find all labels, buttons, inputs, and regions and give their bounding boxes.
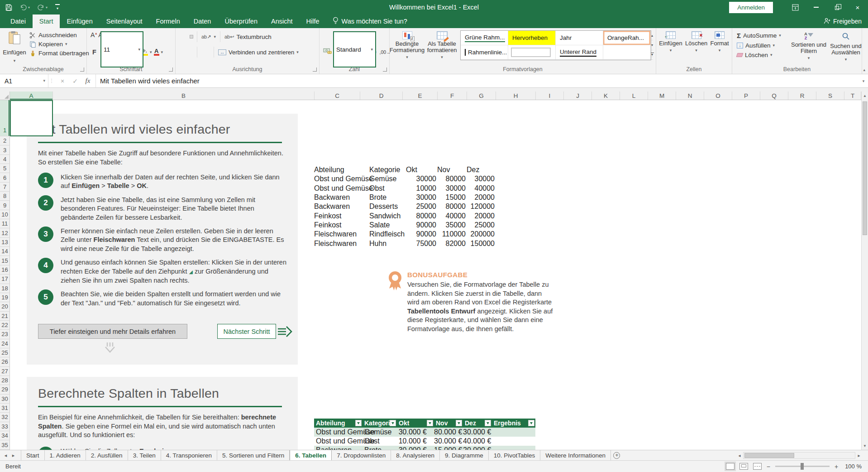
- hscroll-thumb[interactable]: [744, 453, 794, 458]
- sheet-tab-start[interactable]: Start: [21, 450, 45, 460]
- ribbon-tab-hilfe[interactable]: Hilfe: [300, 14, 326, 28]
- save-icon[interactable]: [5, 4, 12, 11]
- filter-button[interactable]: [355, 420, 362, 426]
- share-button[interactable]: Freigeben: [824, 14, 862, 28]
- sheet-tab-6-tabellen[interactable]: 6. Tabellen: [290, 450, 332, 460]
- insert-function-icon[interactable]: fx: [82, 77, 94, 85]
- row-header-27[interactable]: 27: [0, 367, 10, 376]
- filter-button[interactable]: [390, 420, 396, 426]
- ribbon-tab-daten[interactable]: Daten: [187, 14, 218, 28]
- row-header-17[interactable]: 17: [0, 275, 10, 284]
- row-header-1[interactable]: 1: [0, 100, 10, 136]
- ribbon-tab-überprüfen[interactable]: Überprüfen: [218, 14, 264, 28]
- raw-table[interactable]: AbteilungKategorieOktNovDezObst und Gemü…: [314, 165, 496, 248]
- font-color-icon[interactable]: A: [154, 48, 159, 56]
- sheet-nav-right-icon[interactable]: ▸: [10, 450, 17, 460]
- filter-button[interactable]: [485, 420, 491, 426]
- column-header-f[interactable]: F: [438, 92, 467, 100]
- gallery-down-icon[interactable]: ▾: [651, 40, 653, 50]
- sheet-grid[interactable]: 1234567891011121314151617181920212223242…: [0, 100, 861, 450]
- zoom-slider[interactable]: [775, 466, 830, 467]
- tell-me-box[interactable]: Was möchten Sie tun?: [326, 14, 414, 28]
- sheet-tab-7-dropdownlisten[interactable]: 7. Dropdownlisten: [332, 450, 391, 460]
- format-as-table-button[interactable]: Als Tabelle formatieren ▾: [424, 28, 459, 64]
- filter-button[interactable]: [456, 420, 462, 426]
- column-header-k[interactable]: K: [592, 92, 620, 100]
- align-left-icon[interactable]: [179, 51, 182, 53]
- row-header-18[interactable]: 18: [0, 284, 10, 293]
- number-format-select[interactable]: Standard▾: [333, 31, 376, 67]
- style-swatch-rahmenlinie[interactable]: Rahmenlinie...: [461, 45, 508, 60]
- page-break-view-icon[interactable]: [753, 463, 762, 470]
- row-header-8[interactable]: 8: [0, 192, 10, 201]
- style-swatch-jahr[interactable]: Jahr: [556, 31, 603, 45]
- style-swatch-empty[interactable]: [603, 45, 651, 60]
- row-header-11[interactable]: 11: [0, 219, 10, 228]
- font-size-select[interactable]: 11▾: [100, 31, 143, 67]
- row-header-31[interactable]: 31: [0, 404, 10, 413]
- row-header-19[interactable]: 19: [0, 293, 10, 302]
- column-header-b[interactable]: B: [53, 92, 315, 100]
- delete-cells-button[interactable]: ×Löschen▾: [685, 28, 707, 64]
- style-swatch-orangerah[interactable]: OrangeRah...: [603, 31, 651, 45]
- fill-button[interactable]: ↓Ausfüllen▾: [737, 42, 781, 49]
- close-icon[interactable]: ×: [847, 0, 868, 14]
- column-header-l[interactable]: L: [620, 92, 648, 100]
- row-header-32[interactable]: 32: [0, 413, 10, 422]
- style-swatch-unterer-rand[interactable]: Unterer Rand: [556, 45, 603, 60]
- paste-button[interactable]: Einfügen ▾: [2, 31, 27, 63]
- row-header-20[interactable]: 20: [0, 302, 10, 311]
- sheet-tab-1-addieren[interactable]: 1. Addieren: [45, 450, 86, 460]
- sheet-tab-10-pivottables[interactable]: 10. PivotTables: [489, 450, 541, 460]
- column-header-n[interactable]: N: [676, 92, 704, 100]
- hscroll-left-icon[interactable]: ◂: [736, 453, 743, 458]
- format-cells-button[interactable]: Format▾: [710, 28, 729, 64]
- autosum-button[interactable]: ΣAutoSumme▾: [737, 32, 781, 39]
- new-sheet-button[interactable]: +: [611, 450, 623, 460]
- zoom-in-icon[interactable]: +: [835, 463, 838, 470]
- customize-qat-icon[interactable]: ▾: [55, 4, 60, 10]
- align-center-icon[interactable]: [185, 51, 187, 53]
- column-header-c[interactable]: C: [315, 92, 360, 100]
- column-header-g[interactable]: G: [467, 92, 496, 100]
- restore-icon[interactable]: [826, 0, 847, 14]
- horizontal-scrollbar[interactable]: ◂ ▸: [736, 450, 868, 460]
- vscroll-thumb[interactable]: [863, 101, 867, 235]
- find-select-button[interactable]: Suchen und Auswählen ▾: [827, 29, 864, 62]
- clear-button[interactable]: Löschen▾: [737, 52, 781, 58]
- row-header-13[interactable]: 13: [0, 238, 10, 247]
- sheet-tab-2-ausfüllen[interactable]: 2. Ausfüllen: [86, 450, 128, 460]
- currency-format-icon[interactable]: [323, 48, 332, 56]
- format-painter-button[interactable]: Format übertragen: [29, 50, 89, 57]
- undo-caret-icon[interactable]: ▾: [28, 5, 30, 10]
- row-header-5[interactable]: 5: [0, 164, 10, 173]
- gallery-up-icon[interactable]: ▴: [651, 31, 653, 40]
- sort-filter-button[interactable]: AZ Sortieren und Filtern ▾: [790, 29, 827, 62]
- insert-cells-button[interactable]: ←Einfügen▾: [659, 28, 682, 64]
- row-header-33[interactable]: 33: [0, 422, 10, 431]
- redo-icon[interactable]: ▾: [38, 5, 48, 10]
- column-header-s[interactable]: S: [816, 92, 844, 100]
- zoom-out-icon[interactable]: −: [767, 463, 770, 470]
- scroll-down-icon[interactable]: ▼: [862, 442, 868, 450]
- column-header-p[interactable]: P: [732, 92, 760, 100]
- row-header-30[interactable]: 30: [0, 395, 10, 404]
- redo-caret-icon[interactable]: ▾: [46, 5, 48, 10]
- filter-button[interactable]: [528, 420, 534, 426]
- orientation-icon[interactable]: ab↗: [201, 34, 211, 40]
- column-header-h[interactable]: H: [496, 92, 536, 100]
- row-header-16[interactable]: 16: [0, 265, 10, 275]
- ribbon-tab-formeln[interactable]: Formeln: [149, 14, 187, 28]
- cut-button[interactable]: Ausschneiden: [29, 32, 89, 39]
- ribbon-tab-datei[interactable]: Datei: [4, 14, 33, 28]
- formula-input[interactable]: Mit Tabellen wird vieles einfacher: [96, 74, 859, 87]
- row-header-23[interactable]: 23: [0, 330, 10, 339]
- row-header-12[interactable]: 12: [0, 228, 10, 237]
- zoom-level[interactable]: 100 %: [845, 463, 862, 470]
- sheet-tab-3-teilen[interactable]: 3. Teilen: [128, 450, 161, 460]
- undo-icon[interactable]: ▾: [20, 5, 30, 10]
- row-header-25[interactable]: 25: [0, 348, 10, 357]
- conditional-formatting-button[interactable]: ≠ Bedingte Formatierung ▾: [390, 28, 424, 64]
- align-bottom-icon[interactable]: [190, 35, 193, 38]
- cancel-icon[interactable]: ×: [57, 77, 68, 85]
